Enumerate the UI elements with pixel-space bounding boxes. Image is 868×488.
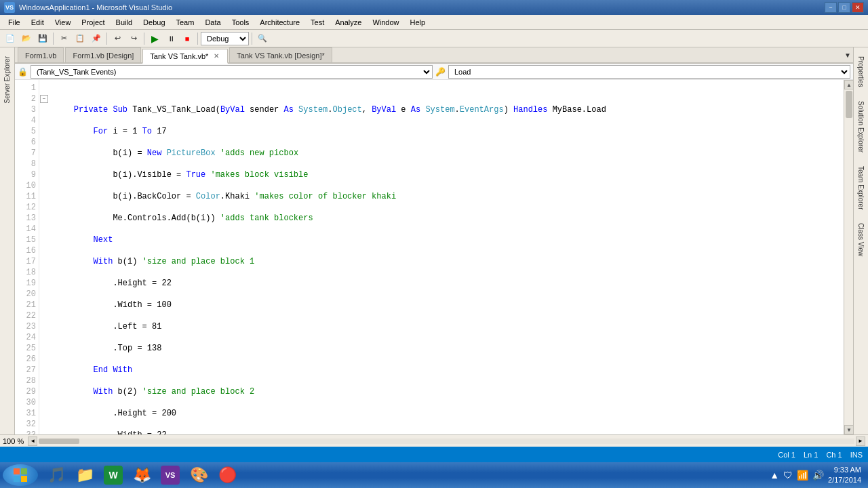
code-line-3: For i = 1 To 17 bbox=[54, 126, 838, 137]
code-line-13: .Top = 138 bbox=[54, 343, 838, 354]
tab-form1-vb[interactable]: Form1.vb bbox=[18, 47, 64, 62]
taskbar-firefox[interactable]: 🦊 bbox=[129, 464, 155, 486]
scroll-track[interactable] bbox=[39, 439, 854, 444]
line-num-12: 12 bbox=[20, 202, 36, 213]
scroll-down-arrow[interactable]: ▼ bbox=[844, 425, 853, 434]
new-button[interactable]: 📄 bbox=[3, 31, 18, 46]
open-button[interactable]: 📂 bbox=[19, 31, 34, 46]
start-button[interactable]: ▶ bbox=[147, 31, 162, 46]
line-num-29: 29 bbox=[20, 386, 36, 397]
server-explorer-tab[interactable]: Server Explorer bbox=[1, 50, 14, 109]
menu-item-data[interactable]: Data bbox=[199, 17, 226, 28]
toolbar-sep-1 bbox=[53, 33, 54, 45]
code-line-8: Next bbox=[54, 235, 838, 245]
code-editor[interactable]: 1234567891011121314151617181920212223242… bbox=[15, 80, 853, 434]
menu-item-edit[interactable]: Edit bbox=[26, 17, 50, 28]
svg-rect-1 bbox=[21, 468, 27, 474]
tab-expand-button[interactable]: ▼ bbox=[842, 47, 853, 62]
line-num-8: 8 bbox=[20, 159, 36, 169]
properties-tab[interactable]: Properties bbox=[854, 50, 867, 94]
menu-item-help[interactable]: Help bbox=[405, 17, 431, 28]
menu-item-team[interactable]: Team bbox=[171, 17, 200, 28]
scroll-thumb[interactable] bbox=[846, 91, 852, 118]
menu-item-file[interactable]: File bbox=[3, 17, 26, 28]
line-num-1: 1 bbox=[20, 83, 36, 94]
taskbar-explorer[interactable]: 📁 bbox=[72, 464, 98, 486]
close-button[interactable]: ✕ bbox=[852, 2, 864, 13]
line-num-31: 31 bbox=[20, 408, 36, 419]
tab-form1-design[interactable]: Form1.vb [Design] bbox=[65, 47, 141, 62]
title-bar: VS WindowsApplication1 - Microsoft Visua… bbox=[0, 0, 868, 15]
class-view-tab[interactable]: Class View bbox=[854, 217, 867, 262]
vertical-scrollbar[interactable]: ▲ ▼ bbox=[844, 80, 853, 434]
collapse-button[interactable]: − bbox=[40, 95, 48, 103]
redo-button[interactable]: ↪ bbox=[126, 31, 141, 46]
menu-item-tools[interactable]: Tools bbox=[226, 17, 255, 28]
menu-item-view[interactable]: View bbox=[50, 17, 77, 28]
systray-shield[interactable]: 🛡 bbox=[783, 470, 793, 481]
code-line-11: .Width = 100 bbox=[54, 300, 838, 310]
code-line-4: b(i) = New PictureBox 'adds new picbox bbox=[54, 148, 838, 159]
copy-button[interactable]: 📋 bbox=[73, 31, 87, 46]
cut-button[interactable]: ✂ bbox=[56, 31, 71, 46]
maximize-button[interactable]: □ bbox=[838, 2, 850, 13]
scope-dropdown[interactable]: (Tank_VS_Tank Events) bbox=[31, 65, 433, 79]
line-num-6: 6 bbox=[20, 137, 36, 148]
taskbar-mediaplayer[interactable]: W bbox=[100, 464, 126, 486]
code-line-1 bbox=[54, 94, 838, 104]
code-line-5: b(i).Visible = True 'makes block visible bbox=[54, 169, 838, 180]
line-num-26: 26 bbox=[20, 354, 36, 365]
member-dropdown[interactable]: Load bbox=[448, 65, 850, 79]
line-num-32: 32 bbox=[20, 419, 36, 430]
taskbar-firefox2[interactable]: 🔴 bbox=[214, 464, 240, 486]
find-button[interactable]: 🔍 bbox=[255, 31, 270, 46]
start-button[interactable] bbox=[3, 464, 38, 486]
line-num-21: 21 bbox=[20, 300, 36, 310]
toolbar-sep-4 bbox=[197, 33, 198, 45]
menu-item-test[interactable]: Test bbox=[305, 17, 330, 28]
save-button[interactable]: 💾 bbox=[35, 31, 50, 46]
tab-tank-vs-tank[interactable]: Tank VS Tank.vb* ✕ bbox=[142, 49, 228, 64]
menu-item-project[interactable]: Project bbox=[76, 17, 110, 28]
minimize-button[interactable]: − bbox=[825, 2, 837, 13]
systray-arrow[interactable]: ▲ bbox=[770, 470, 779, 481]
taskbar-paint[interactable]: 🎨 bbox=[186, 464, 212, 486]
systray-volume[interactable]: 🔊 bbox=[812, 470, 824, 481]
code-line-10: .Height = 22 bbox=[54, 278, 838, 289]
paste-button[interactable]: 📌 bbox=[89, 31, 104, 46]
stop-button[interactable]: ■ bbox=[180, 31, 195, 46]
line-num-30: 30 bbox=[20, 397, 36, 408]
scroll-left-arrow[interactable]: ◄ bbox=[28, 436, 37, 446]
tab-label: Form1.vb [Design] bbox=[73, 52, 134, 60]
pause-button[interactable]: ⏸ bbox=[163, 31, 178, 46]
status-char: Ch 1 bbox=[826, 451, 842, 459]
status-right: Col 1 Ln 1 Ch 1 INS bbox=[778, 451, 863, 459]
config-dropdown[interactable]: Debug Release bbox=[201, 32, 249, 45]
line-num-11: 11 bbox=[20, 191, 36, 202]
zoom-level: 100 % bbox=[3, 437, 24, 445]
taskbar-itunes[interactable]: 🎵 bbox=[43, 464, 69, 486]
toolbar-sep-2 bbox=[106, 33, 107, 45]
undo-button[interactable]: ↩ bbox=[110, 31, 125, 46]
solution-explorer-tab[interactable]: Solution Explorer bbox=[854, 95, 867, 159]
taskbar-visualstudio[interactable]: VS bbox=[157, 464, 183, 486]
horizontal-scrollbar[interactable]: 100 % ◄ ► bbox=[0, 434, 868, 447]
clock[interactable]: 9:33 AM 2/17/2014 bbox=[828, 465, 861, 486]
scroll-right-arrow[interactable]: ► bbox=[856, 436, 865, 446]
svg-rect-0 bbox=[14, 468, 20, 474]
menu-item-build[interactable]: Build bbox=[111, 17, 138, 28]
systray-network[interactable]: 📶 bbox=[797, 470, 808, 481]
line-num-2: 2 bbox=[20, 94, 36, 104]
menu-item-architecture[interactable]: Architecture bbox=[254, 17, 305, 28]
line-num-25: 25 bbox=[20, 343, 36, 354]
line-num-9: 9 bbox=[20, 169, 36, 180]
scroll-up-arrow[interactable]: ▲ bbox=[844, 80, 853, 89]
menu-item-window[interactable]: Window bbox=[367, 17, 404, 28]
scroll-thumb-h[interactable] bbox=[39, 439, 79, 444]
menu-item-debug[interactable]: Debug bbox=[138, 17, 170, 28]
right-sidebar: Properties Solution Explorer Team Explor… bbox=[853, 47, 868, 434]
menu-item-analyze[interactable]: Analyze bbox=[330, 17, 367, 28]
tab-tank-vs-tank-design[interactable]: Tank VS Tank.vb [Design]* bbox=[229, 47, 332, 62]
team-explorer-tab[interactable]: Team Explorer bbox=[854, 160, 867, 216]
tab-close-icon[interactable]: ✕ bbox=[212, 52, 220, 60]
